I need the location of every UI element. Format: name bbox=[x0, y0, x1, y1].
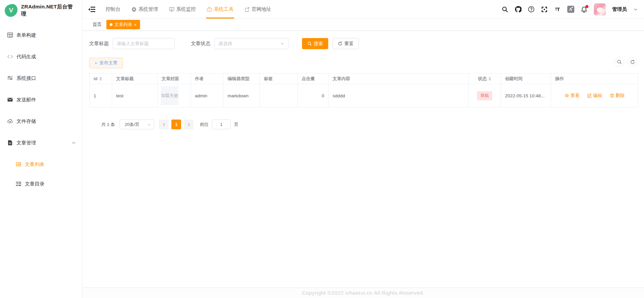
sidebar-item-article-catalog[interactable]: 文章目录 bbox=[0, 174, 82, 193]
topnav-label: 官网地址 bbox=[252, 6, 271, 12]
cloud-upload-icon bbox=[7, 118, 13, 124]
cell-hits: 0 bbox=[298, 84, 329, 107]
hamburger-icon bbox=[88, 6, 96, 12]
next-page-button[interactable] bbox=[184, 120, 194, 129]
active-tab-label: 文章列表 bbox=[114, 22, 132, 28]
refresh-icon bbox=[630, 60, 635, 64]
tab-home[interactable]: 首页 bbox=[93, 22, 102, 28]
user-name[interactable]: 管理员 bbox=[612, 6, 627, 12]
close-icon[interactable]: × bbox=[134, 23, 137, 27]
tree-list-icon bbox=[15, 181, 22, 187]
copyright-text: Copyright ©2022 izhaorui.cn All Rights R… bbox=[302, 290, 425, 296]
col-id[interactable]: id bbox=[94, 76, 108, 81]
goto-page-input[interactable] bbox=[212, 120, 231, 129]
monitor-icon bbox=[169, 7, 174, 12]
gear-icon bbox=[131, 7, 137, 12]
top-navigation: 控制台 系统管理 系统监控 系统工具 官网地址 bbox=[100, 0, 277, 19]
col-content: 文章内容 bbox=[329, 73, 469, 84]
prev-page-button[interactable] bbox=[159, 120, 169, 129]
sidebar-item-send-mail[interactable]: 发送邮件 bbox=[0, 90, 82, 109]
sidebar-item-file-storage[interactable]: 文件存储 bbox=[0, 112, 82, 131]
tab-article-list[interactable]: 文章列表 × bbox=[106, 20, 140, 29]
topnav-item-console[interactable]: 控制台 bbox=[100, 0, 126, 19]
col-cover: 文章封面 bbox=[158, 73, 191, 84]
refresh-table-button[interactable] bbox=[628, 57, 637, 67]
col-tags: 标签 bbox=[260, 73, 298, 84]
main-content: 文章标题 文章状态 请选择 搜索 重置 + 发布文章 bbox=[82, 31, 644, 129]
col-editor-type: 编辑器类型 bbox=[224, 73, 260, 84]
code-icon bbox=[7, 54, 13, 60]
col-status[interactable]: 状态 bbox=[473, 76, 497, 82]
sliders-icon bbox=[7, 75, 13, 81]
cell-title: test bbox=[112, 84, 158, 107]
top-header: 控制台 系统管理 系统监控 系统工具 官网地址 bbox=[82, 0, 644, 19]
list-icon bbox=[15, 161, 22, 167]
cell-created: 2022-05-15 10:48... bbox=[501, 84, 551, 107]
col-author: 作者 bbox=[191, 73, 224, 84]
total-count: 共 1 条 bbox=[101, 122, 115, 128]
sidebar-item-code-gen[interactable]: 代码生成 bbox=[0, 47, 82, 66]
article-status-label: 文章状态 bbox=[191, 40, 210, 47]
topnav-item-system-monitor[interactable]: 系统监控 bbox=[164, 0, 201, 19]
search-button[interactable]: 搜索 bbox=[302, 38, 328, 49]
chevron-down-icon[interactable] bbox=[633, 7, 638, 12]
table-toolbar bbox=[614, 57, 637, 67]
reset-button[interactable]: 重置 bbox=[333, 38, 359, 49]
cell-id: 1 bbox=[90, 84, 112, 107]
topnav-item-system-tools[interactable]: 系统工具 bbox=[201, 0, 239, 19]
edit-button[interactable]: 编辑 bbox=[587, 93, 602, 99]
col-hits: 点击量 bbox=[298, 73, 329, 84]
page-number-1[interactable]: 1 bbox=[171, 120, 181, 129]
search-icon bbox=[307, 41, 312, 46]
publish-article-button[interactable]: + 发布文章 bbox=[89, 58, 123, 68]
external-link-icon bbox=[244, 7, 250, 12]
app-title: ZRAdmin.NET后台管理 bbox=[21, 3, 77, 18]
table-row: 1 test 加载失败 admin markdown 0 sdddd 草稿 20… bbox=[90, 84, 638, 107]
view-button[interactable]: 查看 bbox=[565, 93, 580, 99]
status-badge: 草稿 bbox=[477, 91, 492, 100]
avatar[interactable] bbox=[594, 3, 606, 15]
eye-icon bbox=[565, 93, 569, 98]
page-size-select[interactable]: 20条/页 bbox=[120, 120, 154, 129]
sort-icon[interactable] bbox=[99, 77, 102, 81]
cell-content: sdddd bbox=[329, 84, 469, 107]
toolbox-icon bbox=[207, 7, 212, 12]
sidebar-item-article-mgmt[interactable]: 文章管理 bbox=[0, 133, 82, 152]
delete-button[interactable]: 删除 bbox=[610, 93, 625, 99]
sidebar-submenu-article: 文章列表 文章目录 bbox=[0, 155, 82, 193]
filter-form: 文章标题 文章状态 请选择 搜索 重置 bbox=[89, 38, 638, 49]
article-status-select[interactable]: 请选择 bbox=[214, 38, 289, 49]
cell-tags bbox=[260, 84, 298, 107]
active-tab-dot bbox=[110, 23, 112, 26]
sidebar-item-label: 代码生成 bbox=[16, 54, 36, 60]
bell-icon[interactable] bbox=[581, 6, 587, 13]
fullscreen-icon[interactable] bbox=[541, 6, 548, 13]
topnav-item-system-mgmt[interactable]: 系统管理 bbox=[126, 0, 164, 19]
article-title-input[interactable] bbox=[113, 38, 175, 49]
language-icon[interactable]: A bbox=[567, 6, 574, 13]
sidebar-item-article-list[interactable]: 文章列表 bbox=[0, 155, 82, 174]
github-icon[interactable] bbox=[515, 6, 521, 13]
col-actions: 操作 bbox=[551, 73, 638, 84]
sidebar-item-form-builder[interactable]: 表单构建 bbox=[0, 26, 82, 44]
app-logo[interactable]: V ZRAdmin.NET后台管理 bbox=[0, 0, 82, 21]
cell-actions: 查看 编辑 删除 bbox=[551, 84, 638, 107]
document-icon bbox=[7, 140, 13, 146]
chevron-down-icon bbox=[147, 123, 151, 127]
sidebar-item-label: 系统接口 bbox=[16, 75, 36, 81]
toggle-search-button[interactable] bbox=[614, 57, 624, 67]
sidebar-collapse-button[interactable] bbox=[82, 6, 100, 12]
sidebar: V ZRAdmin.NET后台管理 表单构建 代码生成 系统接口 发送邮件 文件… bbox=[0, 0, 82, 298]
topnav-item-official-site[interactable]: 官网地址 bbox=[239, 0, 277, 19]
help-icon[interactable] bbox=[528, 6, 535, 13]
select-placeholder: 请选择 bbox=[218, 41, 232, 47]
sidebar-item-system-api[interactable]: 系统接口 bbox=[0, 69, 82, 88]
sidebar-item-label: 文件存储 bbox=[16, 118, 36, 125]
search-icon[interactable] bbox=[502, 6, 508, 13]
topnav-label: 控制台 bbox=[106, 6, 121, 12]
notification-dot bbox=[585, 5, 588, 8]
chevron-left-icon bbox=[162, 123, 166, 127]
sort-icon[interactable] bbox=[488, 77, 491, 81]
font-size-icon[interactable]: TT bbox=[554, 6, 561, 13]
sidebar-item-label: 文章目录 bbox=[25, 181, 44, 187]
